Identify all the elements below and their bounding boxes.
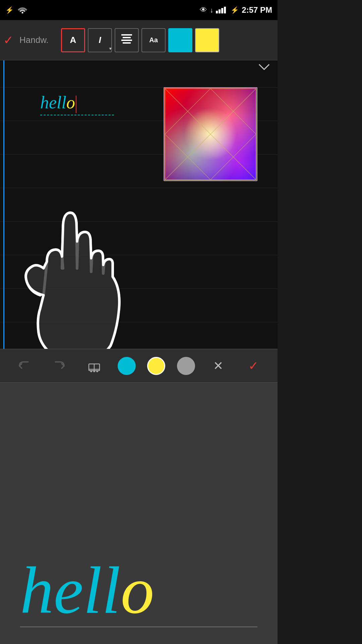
cancel-button[interactable]: ✕ xyxy=(206,354,230,378)
bottom-panel: ✕ ✓ hello xyxy=(0,349,278,644)
toolbar-collapse-button[interactable] xyxy=(254,60,274,73)
svg-point-19 xyxy=(91,371,92,372)
svg-rect-5 xyxy=(121,34,132,36)
handwriting-area[interactable]: hello xyxy=(0,383,278,644)
svg-point-21 xyxy=(97,371,98,372)
toolbar: ✓ Handw. A I ▾ Aa xyxy=(0,20,278,60)
eye-icon: 👁 xyxy=(200,6,207,14)
redo-button[interactable] xyxy=(48,354,71,378)
color-yellow-button[interactable] xyxy=(195,28,219,52)
download-icon: ↓ xyxy=(210,6,213,14)
svg-rect-3 xyxy=(221,8,223,13)
battery-icon: ⚡ xyxy=(231,6,239,14)
svg-line-10 xyxy=(165,89,256,180)
svg-rect-1 xyxy=(216,11,218,13)
bottom-toolbar: ✕ ✓ xyxy=(0,349,278,383)
svg-line-12 xyxy=(210,89,256,134)
color-dot-yellow[interactable] xyxy=(147,357,165,375)
bold-button[interactable]: A xyxy=(61,28,85,52)
canvas-hello-cyan: hell xyxy=(40,93,66,112)
text-underline xyxy=(40,115,114,115)
text-cursor xyxy=(76,96,76,113)
wifi-icon xyxy=(18,5,27,15)
confirm-button[interactable]: ✓ xyxy=(242,354,265,378)
bold-label: A xyxy=(70,35,76,45)
text-size-button[interactable]: Aa xyxy=(141,28,166,52)
canvas-hello-yellow: o xyxy=(66,93,75,112)
svg-line-13 xyxy=(210,134,256,180)
handwriting-text: hello xyxy=(20,557,154,624)
svg-rect-9 xyxy=(165,89,256,180)
svg-rect-2 xyxy=(219,9,221,13)
color-cyan-button[interactable] xyxy=(168,28,192,52)
svg-rect-7 xyxy=(121,40,132,41)
svg-point-0 xyxy=(22,12,23,13)
vertical-margin-line xyxy=(3,60,4,349)
status-bar: ⚡ 👁 ↓ ⚡ 2:57 PM xyxy=(0,0,278,20)
hw-text-ell: ell xyxy=(54,553,121,627)
color-picker-box[interactable] xyxy=(164,87,257,181)
svg-rect-4 xyxy=(224,7,226,13)
color-dot-cyan[interactable] xyxy=(118,357,136,375)
italic-dropdown-arrow: ▾ xyxy=(109,46,111,51)
hand-cursor-illustration xyxy=(13,168,164,349)
status-left-icons: ⚡ xyxy=(5,5,27,15)
undo-button[interactable] xyxy=(12,354,36,378)
hw-underline xyxy=(20,627,257,627)
text-size-label: Aa xyxy=(149,36,158,44)
canvas-area[interactable]: hello xyxy=(0,60,278,349)
svg-point-20 xyxy=(94,371,95,372)
hw-text-h: h xyxy=(20,553,54,627)
align-label xyxy=(121,34,132,46)
usb-icon: ⚡ xyxy=(5,6,14,14)
font-label: Handw. xyxy=(19,35,53,45)
color-dot-gray[interactable] xyxy=(177,357,195,375)
italic-button[interactable]: I ▾ xyxy=(88,28,112,52)
canvas-text: hello xyxy=(40,94,76,113)
svg-line-11 xyxy=(165,89,256,180)
confirm-check-button[interactable]: ✓ xyxy=(3,33,13,47)
eraser-button[interactable] xyxy=(82,354,106,378)
signal-icon xyxy=(216,5,228,15)
svg-line-14 xyxy=(165,134,210,180)
hw-text-o: o xyxy=(121,553,154,627)
status-time: 2:57 PM xyxy=(242,5,272,15)
status-right-icons: 👁 ↓ ⚡ 2:57 PM xyxy=(200,5,272,15)
svg-rect-8 xyxy=(123,42,131,44)
align-button[interactable] xyxy=(115,28,139,52)
italic-label: I xyxy=(99,35,101,45)
svg-rect-6 xyxy=(123,37,131,38)
svg-line-15 xyxy=(165,89,210,134)
color-gradient xyxy=(164,88,257,180)
